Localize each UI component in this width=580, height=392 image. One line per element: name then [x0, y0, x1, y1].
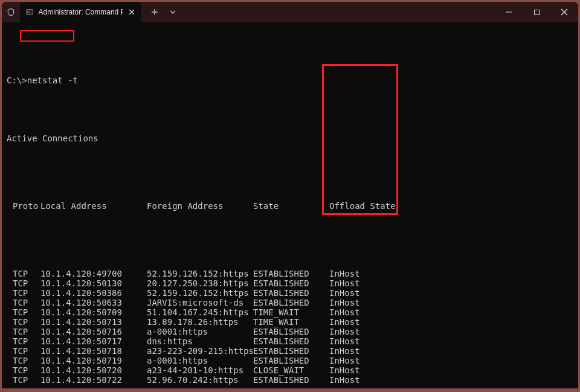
terminal-window: Administrator: Command Pro [2, 2, 578, 388]
svg-rect-7 [534, 10, 539, 14]
cell-foreign: a23-223-209-215:https [147, 346, 253, 356]
titlebar[interactable]: Administrator: Command Pro [2, 2, 578, 22]
app-shield-icon [2, 8, 20, 16]
blank-line [7, 104, 578, 114]
table-row: TCP10.1.4.120:5038652.159.126.152:httpsE… [7, 288, 578, 298]
cell-offload: InHost [329, 317, 402, 327]
table-row: TCP10.1.4.120:50720a23-44-201-10:httpsCL… [7, 365, 578, 375]
cell-foreign: a23-44-201-10:https [147, 365, 253, 375]
cell-offload: InHost [329, 327, 402, 336]
col-local: Local Address [40, 201, 147, 211]
cell-local: 10.1.4.120:50719 [40, 356, 147, 365]
cell-foreign: 20.127.250.238:https [147, 278, 253, 288]
cell-offload: InHost [329, 365, 402, 375]
cell-proto: TCP [7, 346, 40, 356]
cell-local: 10.1.4.120:50717 [40, 336, 147, 346]
table-row: TCP10.1.4.120:5071313.89.178.26:httpsTIM… [7, 317, 578, 327]
cell-offload: InHost [329, 288, 402, 298]
table-row: TCP10.1.4.120:5013020.127.250.238:httpsE… [7, 278, 578, 288]
cell-local: 10.1.4.120:49700 [40, 269, 147, 278]
terminal-body[interactable]: C:\>netstat -t Active Connections Proto … [2, 22, 578, 388]
minimize-button[interactable] [495, 2, 523, 22]
svg-rect-0 [27, 10, 33, 15]
cell-local: 10.1.4.120:50633 [40, 298, 147, 307]
cell-state: ESTABLISHED [253, 269, 329, 278]
cell-offload: InHost [329, 278, 402, 288]
table-header-row: Proto Local Address Foreign Address Stat… [7, 201, 578, 211]
cell-state: ESTABLISHED [253, 356, 329, 365]
cell-proto: TCP [7, 375, 40, 385]
cell-offload: InHost [329, 356, 402, 365]
cell-offload: InHost [329, 298, 402, 307]
cell-proto: TCP [7, 336, 40, 346]
prompt-text: C:\> [7, 76, 27, 85]
col-state: State [253, 201, 329, 211]
blank-line [7, 230, 578, 240]
new-tab-dropdown[interactable] [164, 4, 182, 20]
cell-state: ESTABLISHED [253, 346, 329, 356]
cell-state: ESTABLISHED [253, 336, 329, 346]
tab-active[interactable]: Administrator: Command Pro [20, 2, 141, 22]
cell-foreign: 51.104.167.245:https [147, 307, 253, 317]
cell-local: 10.1.4.120:50722 [40, 375, 147, 385]
cell-proto: TCP [7, 317, 40, 327]
prompt-line-1: C:\>netstat -t [7, 76, 578, 85]
titlebar-left: Administrator: Command Pro [2, 2, 182, 22]
section-header: Active Connections [7, 133, 578, 143]
cell-proto: TCP [7, 365, 40, 375]
cell-proto: TCP [7, 269, 40, 278]
new-tab-group [146, 4, 182, 20]
cell-local: 10.1.4.120:50130 [40, 278, 147, 288]
cell-local: 10.1.4.120:50716 [40, 327, 147, 336]
cell-foreign: 52.159.126.152:https [147, 288, 253, 298]
cell-local: 10.1.4.120:50713 [40, 317, 147, 327]
cell-local: 10.1.4.120:50718 [40, 346, 147, 356]
table-row: TCP10.1.4.120:50719a-0001:httpsESTABLISH… [7, 356, 578, 365]
cell-local: 10.1.4.120:50720 [40, 365, 147, 375]
cell-proto: TCP [7, 307, 40, 317]
cell-state: ESTABLISHED [253, 278, 329, 288]
col-foreign: Foreign Address [147, 201, 253, 211]
col-proto: Proto [7, 201, 40, 211]
cell-proto: TCP [7, 356, 40, 365]
maximize-button[interactable] [523, 2, 550, 22]
cell-offload: InHost [329, 269, 402, 278]
cell-state: CLOSE_WAIT [253, 365, 329, 375]
table-row: TCP10.1.4.120:4970052.159.126.152:httpsE… [7, 269, 578, 278]
cell-foreign: dns:https [147, 336, 253, 346]
cell-foreign: 52.159.126.152:https [147, 269, 253, 278]
new-tab-button[interactable] [146, 4, 164, 20]
cell-state: ESTABLISHED [253, 375, 329, 385]
connection-rows: TCP10.1.4.120:4970052.159.126.152:httpsE… [7, 269, 578, 385]
cell-foreign: JARVIS:microsoft-ds [147, 298, 253, 307]
cell-foreign: 52.96.70.242:https [147, 375, 253, 385]
highlight-command [20, 30, 74, 42]
cell-local: 10.1.4.120:50709 [40, 307, 147, 317]
window-controls [495, 2, 578, 22]
tab-close-button[interactable] [127, 7, 136, 17]
cell-state: TIME_WAIT [253, 317, 329, 327]
cell-state: ESTABLISHED [253, 298, 329, 307]
cell-offload: InHost [329, 307, 402, 317]
cell-state: TIME_WAIT [253, 307, 329, 317]
tab-title: Administrator: Command Pro [39, 8, 123, 16]
cell-proto: TCP [7, 278, 40, 288]
blank-line [7, 162, 578, 172]
command-text: netstat -t [27, 76, 78, 85]
cell-foreign: 13.89.178.26:https [147, 317, 253, 327]
cell-offload: InHost [329, 346, 402, 356]
table-row: TCP10.1.4.120:50716a-0001:httpsESTABLISH… [7, 327, 578, 336]
cell-offload: InHost [329, 375, 402, 385]
table-row: TCP10.1.4.120:50718a23-223-209-215:https… [7, 346, 578, 356]
cell-foreign: a-0001:https [147, 327, 253, 336]
table-row: TCP10.1.4.120:50717dns:httpsESTABLISHEDI… [7, 336, 578, 346]
cell-proto: TCP [7, 288, 40, 298]
cell-offload: InHost [329, 336, 402, 346]
table-row: TCP10.1.4.120:5070951.104.167.245:httpsT… [7, 307, 578, 317]
cell-state: ESTABLISHED [253, 288, 329, 298]
cell-proto: TCP [7, 327, 40, 336]
cell-state: ESTABLISHED [253, 327, 329, 336]
col-offload: Offload State [329, 201, 402, 211]
close-button[interactable] [550, 2, 578, 22]
table-row: TCP10.1.4.120:5072252.96.70.242:httpsEST… [7, 375, 578, 385]
